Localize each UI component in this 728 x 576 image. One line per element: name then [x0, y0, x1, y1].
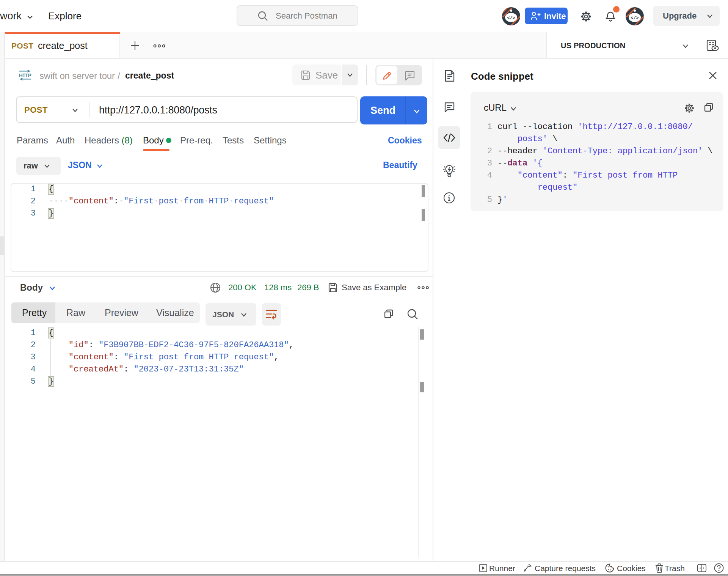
svg-text:HTTP: HTTP: [19, 72, 31, 78]
svg-text:</>: </>: [507, 16, 515, 21]
svg-text:</>: </>: [631, 16, 639, 21]
